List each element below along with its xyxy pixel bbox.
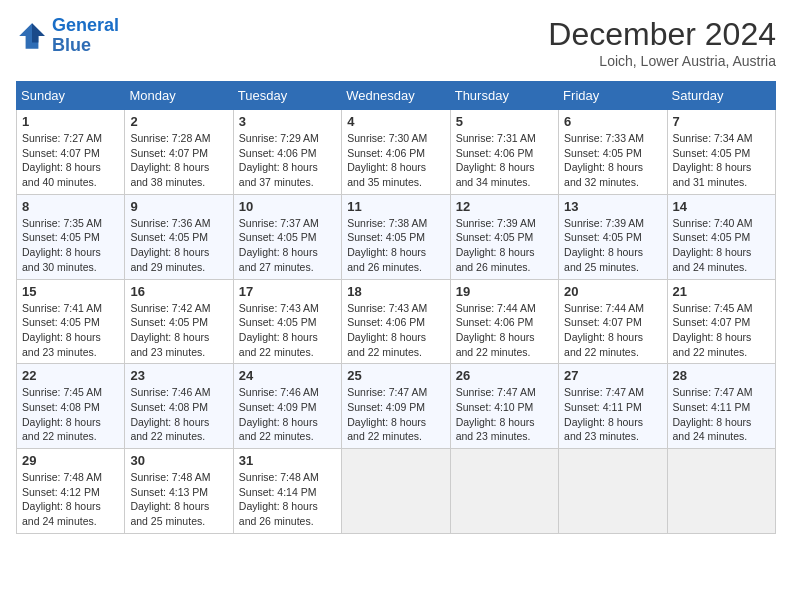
day-info: Sunrise: 7:45 AM Sunset: 4:08 PM Dayligh… — [22, 385, 119, 444]
calendar-cell: 8Sunrise: 7:35 AM Sunset: 4:05 PM Daylig… — [17, 194, 125, 279]
day-number: 30 — [130, 453, 227, 468]
day-number: 3 — [239, 114, 336, 129]
day-number: 26 — [456, 368, 553, 383]
calendar-cell: 16Sunrise: 7:42 AM Sunset: 4:05 PM Dayli… — [125, 279, 233, 364]
day-number: 14 — [673, 199, 770, 214]
calendar-cell: 11Sunrise: 7:38 AM Sunset: 4:05 PM Dayli… — [342, 194, 450, 279]
calendar-cell: 30Sunrise: 7:48 AM Sunset: 4:13 PM Dayli… — [125, 449, 233, 534]
day-info: Sunrise: 7:47 AM Sunset: 4:09 PM Dayligh… — [347, 385, 444, 444]
column-header-wednesday: Wednesday — [342, 82, 450, 110]
month-title: December 2024 — [548, 16, 776, 53]
day-number: 15 — [22, 284, 119, 299]
day-number: 7 — [673, 114, 770, 129]
column-header-thursday: Thursday — [450, 82, 558, 110]
calendar-cell: 13Sunrise: 7:39 AM Sunset: 4:05 PM Dayli… — [559, 194, 667, 279]
logo-text: General Blue — [52, 16, 119, 56]
column-header-sunday: Sunday — [17, 82, 125, 110]
day-number: 19 — [456, 284, 553, 299]
header-row: SundayMondayTuesdayWednesdayThursdayFrid… — [17, 82, 776, 110]
calendar-cell: 21Sunrise: 7:45 AM Sunset: 4:07 PM Dayli… — [667, 279, 775, 364]
calendar-cell: 4Sunrise: 7:30 AM Sunset: 4:06 PM Daylig… — [342, 110, 450, 195]
day-number: 29 — [22, 453, 119, 468]
calendar-cell: 25Sunrise: 7:47 AM Sunset: 4:09 PM Dayli… — [342, 364, 450, 449]
day-info: Sunrise: 7:43 AM Sunset: 4:06 PM Dayligh… — [347, 301, 444, 360]
day-number: 20 — [564, 284, 661, 299]
day-info: Sunrise: 7:28 AM Sunset: 4:07 PM Dayligh… — [130, 131, 227, 190]
day-number: 10 — [239, 199, 336, 214]
day-info: Sunrise: 7:47 AM Sunset: 4:11 PM Dayligh… — [673, 385, 770, 444]
day-info: Sunrise: 7:46 AM Sunset: 4:08 PM Dayligh… — [130, 385, 227, 444]
day-info: Sunrise: 7:47 AM Sunset: 4:11 PM Dayligh… — [564, 385, 661, 444]
day-info: Sunrise: 7:38 AM Sunset: 4:05 PM Dayligh… — [347, 216, 444, 275]
day-number: 24 — [239, 368, 336, 383]
calendar-cell: 15Sunrise: 7:41 AM Sunset: 4:05 PM Dayli… — [17, 279, 125, 364]
day-info: Sunrise: 7:31 AM Sunset: 4:06 PM Dayligh… — [456, 131, 553, 190]
day-info: Sunrise: 7:48 AM Sunset: 4:12 PM Dayligh… — [22, 470, 119, 529]
day-number: 17 — [239, 284, 336, 299]
calendar-cell: 9Sunrise: 7:36 AM Sunset: 4:05 PM Daylig… — [125, 194, 233, 279]
calendar-cell: 1Sunrise: 7:27 AM Sunset: 4:07 PM Daylig… — [17, 110, 125, 195]
day-number: 18 — [347, 284, 444, 299]
day-info: Sunrise: 7:33 AM Sunset: 4:05 PM Dayligh… — [564, 131, 661, 190]
day-info: Sunrise: 7:47 AM Sunset: 4:10 PM Dayligh… — [456, 385, 553, 444]
calendar-cell: 7Sunrise: 7:34 AM Sunset: 4:05 PM Daylig… — [667, 110, 775, 195]
calendar-cell: 22Sunrise: 7:45 AM Sunset: 4:08 PM Dayli… — [17, 364, 125, 449]
day-info: Sunrise: 7:34 AM Sunset: 4:05 PM Dayligh… — [673, 131, 770, 190]
calendar-cell: 5Sunrise: 7:31 AM Sunset: 4:06 PM Daylig… — [450, 110, 558, 195]
day-info: Sunrise: 7:42 AM Sunset: 4:05 PM Dayligh… — [130, 301, 227, 360]
calendar-cell: 12Sunrise: 7:39 AM Sunset: 4:05 PM Dayli… — [450, 194, 558, 279]
calendar-cell: 10Sunrise: 7:37 AM Sunset: 4:05 PM Dayli… — [233, 194, 341, 279]
day-info: Sunrise: 7:44 AM Sunset: 4:06 PM Dayligh… — [456, 301, 553, 360]
calendar-cell: 3Sunrise: 7:29 AM Sunset: 4:06 PM Daylig… — [233, 110, 341, 195]
calendar-table: SundayMondayTuesdayWednesdayThursdayFrid… — [16, 81, 776, 534]
day-info: Sunrise: 7:39 AM Sunset: 4:05 PM Dayligh… — [564, 216, 661, 275]
day-info: Sunrise: 7:41 AM Sunset: 4:05 PM Dayligh… — [22, 301, 119, 360]
calendar-cell: 18Sunrise: 7:43 AM Sunset: 4:06 PM Dayli… — [342, 279, 450, 364]
calendar-header: SundayMondayTuesdayWednesdayThursdayFrid… — [17, 82, 776, 110]
calendar-cell: 19Sunrise: 7:44 AM Sunset: 4:06 PM Dayli… — [450, 279, 558, 364]
day-number: 23 — [130, 368, 227, 383]
calendar-cell — [450, 449, 558, 534]
calendar-cell: 31Sunrise: 7:48 AM Sunset: 4:14 PM Dayli… — [233, 449, 341, 534]
calendar-cell: 26Sunrise: 7:47 AM Sunset: 4:10 PM Dayli… — [450, 364, 558, 449]
day-number: 21 — [673, 284, 770, 299]
day-info: Sunrise: 7:27 AM Sunset: 4:07 PM Dayligh… — [22, 131, 119, 190]
day-number: 8 — [22, 199, 119, 214]
day-number: 11 — [347, 199, 444, 214]
calendar-cell — [342, 449, 450, 534]
svg-marker-1 — [32, 23, 45, 42]
day-number: 25 — [347, 368, 444, 383]
header: General Blue December 2024 Loich, Lower … — [16, 16, 776, 69]
calendar-cell: 29Sunrise: 7:48 AM Sunset: 4:12 PM Dayli… — [17, 449, 125, 534]
calendar-cell: 28Sunrise: 7:47 AM Sunset: 4:11 PM Dayli… — [667, 364, 775, 449]
day-number: 9 — [130, 199, 227, 214]
week-row: 8Sunrise: 7:35 AM Sunset: 4:05 PM Daylig… — [17, 194, 776, 279]
calendar-cell — [667, 449, 775, 534]
day-info: Sunrise: 7:48 AM Sunset: 4:13 PM Dayligh… — [130, 470, 227, 529]
day-number: 13 — [564, 199, 661, 214]
calendar-cell: 2Sunrise: 7:28 AM Sunset: 4:07 PM Daylig… — [125, 110, 233, 195]
calendar-body: 1Sunrise: 7:27 AM Sunset: 4:07 PM Daylig… — [17, 110, 776, 534]
calendar-cell: 24Sunrise: 7:46 AM Sunset: 4:09 PM Dayli… — [233, 364, 341, 449]
day-info: Sunrise: 7:30 AM Sunset: 4:06 PM Dayligh… — [347, 131, 444, 190]
day-number: 12 — [456, 199, 553, 214]
calendar-cell: 20Sunrise: 7:44 AM Sunset: 4:07 PM Dayli… — [559, 279, 667, 364]
week-row: 1Sunrise: 7:27 AM Sunset: 4:07 PM Daylig… — [17, 110, 776, 195]
day-info: Sunrise: 7:43 AM Sunset: 4:05 PM Dayligh… — [239, 301, 336, 360]
week-row: 22Sunrise: 7:45 AM Sunset: 4:08 PM Dayli… — [17, 364, 776, 449]
location-title: Loich, Lower Austria, Austria — [548, 53, 776, 69]
day-number: 4 — [347, 114, 444, 129]
day-info: Sunrise: 7:39 AM Sunset: 4:05 PM Dayligh… — [456, 216, 553, 275]
calendar-cell: 23Sunrise: 7:46 AM Sunset: 4:08 PM Dayli… — [125, 364, 233, 449]
column-header-friday: Friday — [559, 82, 667, 110]
day-number: 16 — [130, 284, 227, 299]
calendar-cell: 27Sunrise: 7:47 AM Sunset: 4:11 PM Dayli… — [559, 364, 667, 449]
column-header-tuesday: Tuesday — [233, 82, 341, 110]
day-number: 27 — [564, 368, 661, 383]
day-number: 1 — [22, 114, 119, 129]
logo: General Blue — [16, 16, 119, 56]
title-area: December 2024 Loich, Lower Austria, Aust… — [548, 16, 776, 69]
day-number: 5 — [456, 114, 553, 129]
week-row: 29Sunrise: 7:48 AM Sunset: 4:12 PM Dayli… — [17, 449, 776, 534]
column-header-monday: Monday — [125, 82, 233, 110]
